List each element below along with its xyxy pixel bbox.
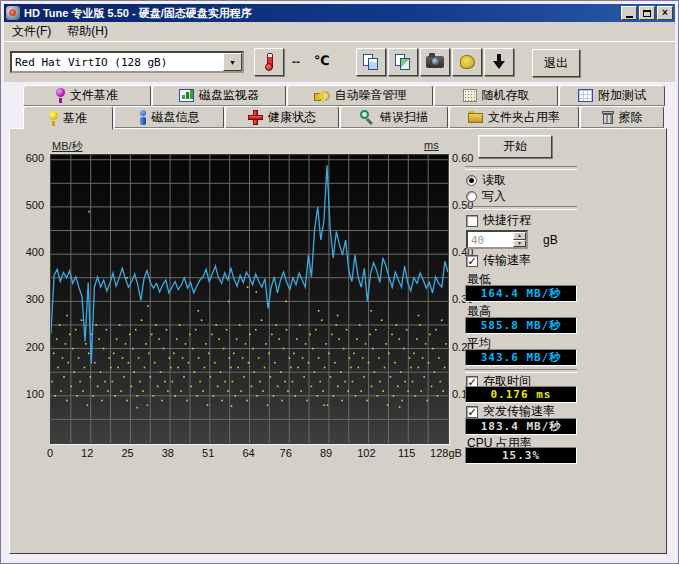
start-label: 开始 <box>503 138 527 155</box>
write-radio[interactable]: 写入 <box>466 188 506 205</box>
axis-tick-label: 100 <box>10 388 44 400</box>
random-access-icon <box>463 89 477 102</box>
tab-label: 基准 <box>63 110 87 127</box>
burst-rate-display: 183.4 MB/秒 <box>465 418 577 435</box>
axis-tick-label: 500 <box>10 199 44 211</box>
plot-frame <box>50 154 449 444</box>
tab-label: 自动噪音管理 <box>335 87 407 104</box>
hand-icon <box>460 55 475 69</box>
hdtune-window: HD Tune 专业版 5.50 - 硬盘/固态硬盘实用程序 × 文件(F) 帮… <box>0 0 679 564</box>
bar-chart-icon <box>179 89 194 102</box>
short-stroke-label: 快捷行程 <box>483 212 531 229</box>
tab-row-secondary: 文件基准 磁盘监视器 自动噪音管理 随机存取 附加测试 <box>23 85 666 106</box>
right-axis-title: ms <box>424 139 439 151</box>
tab-extra-tests[interactable]: 附加测试 <box>559 85 665 106</box>
app-icon <box>6 6 20 20</box>
checkbox-icon <box>466 406 478 418</box>
temperature-value: -- <box>292 55 300 69</box>
copy-icon <box>363 54 379 70</box>
info-icon <box>139 110 147 125</box>
close-icon: × <box>662 8 668 18</box>
axis-tick-label: 600 <box>10 152 44 164</box>
tab-label: 擦除 <box>619 109 643 126</box>
temperature-button[interactable] <box>254 48 284 76</box>
spin-down-icon[interactable]: ▼ <box>513 240 526 248</box>
min-value-display: 164.4 MB/秒 <box>465 285 577 302</box>
drive-select[interactable]: Red Hat VirtIO (128 gB) ▼ <box>10 51 244 73</box>
benchmark-plot <box>51 155 448 443</box>
exit-button[interactable]: 退出 <box>532 49 580 77</box>
menu-file[interactable]: 文件(F) <box>4 21 59 42</box>
tab-label: 磁盘监视器 <box>199 87 259 104</box>
axis-tick-label: 300 <box>10 293 44 305</box>
short-stroke-stepper[interactable]: 40 ▲▼ <box>466 230 528 249</box>
access-time-display: 0.176 ms <box>465 386 577 403</box>
tab-disk-monitor[interactable]: 磁盘监视器 <box>152 85 286 106</box>
tab-label: 随机存取 <box>482 87 530 104</box>
short-stroke-value: 40 <box>468 232 513 247</box>
max-value-display: 585.8 MB/秒 <box>465 317 577 334</box>
tab-benchmark[interactable]: 基准 <box>23 106 113 130</box>
tab-error-scan[interactable]: 错误扫描 <box>340 106 448 128</box>
screenshot-button[interactable] <box>420 48 450 76</box>
transfer-rate-label: 传输速率 <box>483 252 531 269</box>
cpu-usage-display: 15.3% <box>465 447 577 464</box>
window-title: HD Tune 专业版 5.50 - 硬盘/固态硬盘实用程序 <box>24 6 252 21</box>
short-stroke-unit: gB <box>543 233 558 247</box>
maximize-button[interactable] <box>639 6 655 20</box>
axis-tick-label: 0.60 <box>452 152 473 164</box>
chevron-down-icon[interactable]: ▼ <box>223 53 242 71</box>
tab-folder-usage[interactable]: 文件夹占用率 <box>449 106 579 128</box>
copy-text-button[interactable] <box>356 48 386 76</box>
tab-file-benchmark[interactable]: 文件基准 <box>23 85 151 106</box>
start-button[interactable]: 开始 <box>478 135 552 158</box>
close-button[interactable]: × <box>657 6 673 20</box>
transfer-rate-checkbox[interactable]: 传输速率 <box>466 252 531 269</box>
separator <box>465 206 577 210</box>
copy-image-icon <box>395 54 411 70</box>
speaker-icon <box>314 89 330 103</box>
menubar: 文件(F) 帮助(H) <box>4 22 675 41</box>
axis-tick-label: 200 <box>10 341 44 353</box>
axis-tick-label: 76 <box>272 447 300 459</box>
tab-erase[interactable]: 擦除 <box>580 106 664 128</box>
copy-image-button[interactable] <box>388 48 418 76</box>
titlebar[interactable]: HD Tune 专业版 5.50 - 硬盘/固态硬盘实用程序 × <box>4 4 675 22</box>
tab-disk-info[interactable]: 磁盘信息 <box>114 106 224 128</box>
radio-icon <box>466 175 477 186</box>
toolbar: Red Hat VirtIO (128 gB) ▼ -- ℃ <box>4 41 675 82</box>
axis-tick-label: 128gB <box>423 447 469 459</box>
maximize-icon <box>643 10 651 17</box>
tab-random-access[interactable]: 随机存取 <box>434 85 558 106</box>
menu-help[interactable]: 帮助(H) <box>59 21 116 42</box>
write-label: 写入 <box>482 188 506 205</box>
left-axis-title: MB/秒 <box>52 139 83 154</box>
tab-label: 健康状态 <box>268 109 316 126</box>
axis-tick-label: 115 <box>393 447 421 459</box>
tab-label: 文件夹占用率 <box>488 109 560 126</box>
minimize-button[interactable] <box>621 6 637 20</box>
trash-icon <box>602 110 614 125</box>
drive-select-value: Red Hat VirtIO (128 gB) <box>12 56 223 69</box>
spin-up-icon[interactable]: ▲ <box>513 232 526 240</box>
tab-row-primary: 基准 磁盘信息 健康状态 错误扫描 文件夹占用率 擦除 <box>23 106 665 128</box>
minimize-icon <box>626 16 633 18</box>
down-arrow-icon <box>493 54 505 70</box>
download-button[interactable] <box>484 48 514 76</box>
axis-tick-label: 0 <box>36 447 64 459</box>
radio-icon <box>466 191 477 202</box>
tab-label: 文件基准 <box>70 87 118 104</box>
file-benchmark-icon <box>56 88 65 103</box>
axis-tick-label: 51 <box>194 447 222 459</box>
read-radio[interactable]: 读取 <box>466 172 506 189</box>
benchmark-chart: MB/秒 ms 6005004003002001000.600.500.400.… <box>10 129 480 474</box>
short-stroke-checkbox[interactable]: 快捷行程 <box>466 212 531 229</box>
camera-icon <box>426 56 444 68</box>
hand-button[interactable] <box>452 48 482 76</box>
tab-label: 错误扫描 <box>380 109 428 126</box>
checkbox-icon <box>466 255 478 267</box>
axis-tick-label: 102 <box>352 447 380 459</box>
tab-health[interactable]: 健康状态 <box>225 106 339 128</box>
axis-tick-label: 400 <box>10 246 44 258</box>
tab-aam[interactable]: 自动噪音管理 <box>287 85 433 106</box>
